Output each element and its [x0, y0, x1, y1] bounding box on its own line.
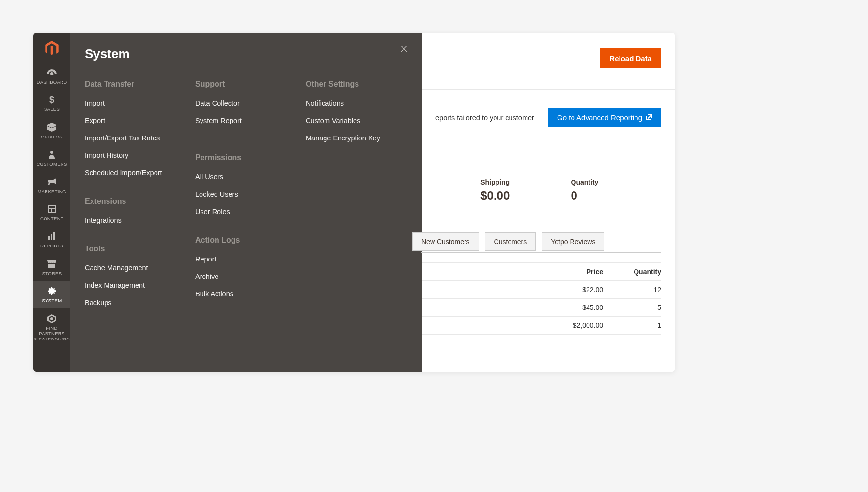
- flyout-link-archive[interactable]: Archive: [195, 273, 297, 280]
- sidebar-item-sales[interactable]: $ SALES: [33, 90, 70, 117]
- flyout-group-title: Extensions: [85, 197, 186, 206]
- system-flyout-panel: System Data Transfer Import Export Impor…: [70, 33, 422, 372]
- gauge-icon: [47, 68, 57, 77]
- advanced-reporting-text: eports tailored to your customer: [435, 114, 534, 122]
- flyout-link-scheduled[interactable]: Scheduled Import/Export: [85, 169, 186, 177]
- tab-yotpo-reviews[interactable]: Yotpo Reviews: [542, 232, 604, 251]
- person-icon: [47, 150, 57, 159]
- cell-price: $22.00: [545, 286, 603, 293]
- cell-price: $2,000.00: [545, 322, 603, 329]
- sidebar-item-label: SYSTEM: [42, 298, 62, 303]
- flyout-group-title: Action Logs: [195, 236, 297, 245]
- sidebar-item-content[interactable]: CONTENT: [33, 199, 70, 226]
- sidebar-item-reports[interactable]: REPORTS: [33, 226, 70, 253]
- svg-rect-3: [51, 234, 52, 240]
- flyout-link-custom-vars[interactable]: Custom Variables: [306, 117, 407, 124]
- flyout-group-title: Permissions: [195, 154, 297, 162]
- sidebar-item-label: STORES: [42, 271, 62, 276]
- sidebar-item-customers[interactable]: CUSTOMERS: [33, 144, 70, 171]
- advanced-reporting-button[interactable]: Go to Advanced Reporting: [548, 108, 661, 127]
- layout-icon: [47, 205, 57, 214]
- sidebar-item-label: CONTENT: [40, 216, 63, 221]
- sidebar-item-system[interactable]: SYSTEM: [33, 281, 70, 308]
- flyout-link-tax-rates[interactable]: Import/Export Tax Rates: [85, 134, 186, 142]
- flyout-link-notifications[interactable]: Notifications: [306, 99, 407, 107]
- svg-point-1: [50, 151, 53, 154]
- main-content: Reload Data eports tailored to your cust…: [422, 33, 675, 372]
- flyout-title: System: [85, 46, 407, 62]
- sidebar-item-catalog[interactable]: CATALOG: [33, 117, 70, 144]
- divider: [422, 148, 675, 148]
- sidebar-item-partners[interactable]: FIND PARTNERS & EXTENSIONS: [33, 308, 70, 347]
- flyout-link-locked-users[interactable]: Locked Users: [195, 190, 297, 198]
- magento-logo-icon: [45, 33, 59, 62]
- sidebar-item-label: CATALOG: [41, 134, 63, 139]
- flyout-link-data-collector[interactable]: Data Collector: [195, 99, 297, 107]
- flyout-link-bulk-actions[interactable]: Bulk Actions: [195, 290, 297, 298]
- sidebar-item-stores[interactable]: STORES: [33, 254, 70, 281]
- stat-quantity-label: Quantity: [571, 178, 661, 186]
- app-window: DASHBOARD $ SALES CATALOG CUSTOMERS MARK…: [33, 33, 675, 372]
- divider: [422, 89, 675, 90]
- sidebar-item-dashboard[interactable]: DASHBOARD: [33, 62, 70, 90]
- box-icon: [47, 123, 57, 132]
- stat-shipping-value: $0.00: [480, 189, 571, 202]
- flyout-link-action-report[interactable]: Report: [195, 255, 297, 263]
- flyout-link-export[interactable]: Export: [85, 117, 186, 124]
- flyout-link-import[interactable]: Import: [85, 99, 186, 107]
- flyout-link-index[interactable]: Index Management: [85, 281, 186, 289]
- flyout-link-import-history[interactable]: Import History: [85, 152, 186, 159]
- svg-rect-2: [48, 236, 50, 240]
- tab-customers[interactable]: Customers: [485, 232, 536, 251]
- bestsellers-table: Price Quantity $22.00 12 $45.00 5 $2,000…: [422, 262, 661, 335]
- advanced-reporting-label: Go to Advanced Reporting: [557, 113, 642, 122]
- sidebar-item-label: MARKETING: [37, 189, 66, 194]
- sidebar-item-label: FIND PARTNERS & EXTENSIONS: [33, 325, 70, 342]
- cell-qty: 5: [603, 304, 661, 311]
- reload-data-button[interactable]: Reload Data: [600, 48, 661, 68]
- sidebar-item-marketing[interactable]: MARKETING: [33, 172, 70, 199]
- flyout-link-user-roles[interactable]: User Roles: [195, 208, 297, 215]
- dollar-icon: $: [47, 95, 57, 104]
- tabs-underline: [421, 252, 661, 253]
- stat-quantity-value: 0: [571, 189, 661, 202]
- main-sidebar: DASHBOARD $ SALES CATALOG CUSTOMERS MARK…: [33, 33, 70, 372]
- gear-icon: [47, 287, 57, 295]
- storefront-icon: [47, 260, 57, 268]
- table-row[interactable]: $45.00 5: [422, 299, 661, 317]
- col-price: Price: [545, 268, 603, 276]
- svg-rect-4: [53, 232, 55, 240]
- flyout-link-backups[interactable]: Backups: [85, 299, 186, 307]
- flyout-group-title: Other Settings: [306, 80, 407, 89]
- sidebar-item-label: SALES: [44, 107, 60, 112]
- flyout-group-title: Support: [195, 80, 297, 89]
- table-header: Price Quantity: [422, 262, 661, 281]
- puzzle-icon: [47, 314, 57, 323]
- cell-qty: 12: [603, 286, 661, 293]
- tab-new-customers[interactable]: New Customers: [412, 232, 479, 251]
- close-icon[interactable]: [400, 45, 408, 55]
- flyout-link-encryption-key[interactable]: Manage Encryption Key: [306, 134, 407, 142]
- flyout-link-cache[interactable]: Cache Management: [85, 264, 186, 272]
- col-quantity: Quantity: [603, 268, 661, 276]
- external-link-icon: [646, 114, 652, 122]
- flyout-link-system-report[interactable]: System Report: [195, 117, 297, 124]
- sidebar-item-label: REPORTS: [40, 243, 63, 248]
- cell-qty: 1: [603, 322, 661, 329]
- flyout-link-integrations[interactable]: Integrations: [85, 216, 186, 224]
- sidebar-item-label: DASHBOARD: [37, 79, 67, 85]
- flyout-link-all-users[interactable]: All Users: [195, 173, 297, 181]
- cell-price: $45.00: [545, 304, 603, 311]
- table-row[interactable]: $22.00 12: [422, 281, 661, 299]
- megaphone-icon: [47, 178, 57, 186]
- table-row[interactable]: $2,000.00 1: [422, 317, 661, 335]
- bars-icon: [47, 232, 57, 241]
- stat-shipping-label: Shipping: [480, 178, 571, 186]
- flyout-group-title: Tools: [85, 245, 186, 253]
- flyout-group-title: Data Transfer: [85, 80, 186, 89]
- sidebar-item-label: CUSTOMERS: [36, 161, 67, 167]
- svg-text:$: $: [49, 95, 54, 104]
